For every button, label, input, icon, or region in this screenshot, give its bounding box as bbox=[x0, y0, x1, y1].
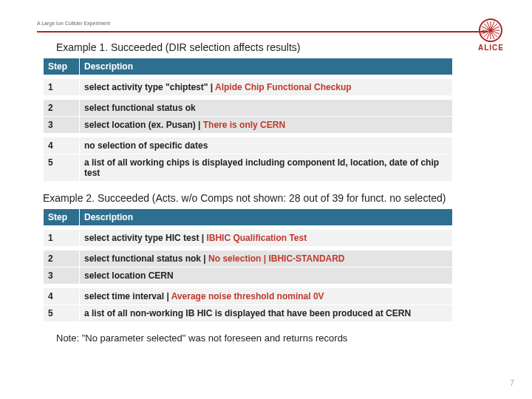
table-row: 5 a list of all working chips is display… bbox=[44, 154, 453, 182]
example2-title: Example 2. Succeeded (Acts. w/o Comps no… bbox=[43, 192, 510, 204]
table-row: 2 select functional status ok bbox=[44, 100, 453, 117]
table-row: 3 select location (ex. Pusan) | There is… bbox=[44, 117, 453, 134]
table-row: 3 select location CERN bbox=[44, 267, 453, 284]
page-number: 7 bbox=[510, 378, 514, 387]
table-row: 1 select activity type "chiptest" | Alpi… bbox=[44, 79, 453, 96]
header-rule bbox=[37, 31, 488, 33]
table-row: 1 select activity type HIC test | IBHIC … bbox=[44, 230, 453, 247]
example2-table: Step Description 1 select activity type … bbox=[43, 208, 453, 322]
example2-note: Note: "No parameter selected" was not fo… bbox=[56, 332, 510, 344]
table-row: 4 select time interval | Average noise t… bbox=[44, 288, 453, 305]
col-step: Step bbox=[44, 58, 80, 75]
table-row: 2 select functional status nok | No sele… bbox=[44, 250, 453, 267]
table-row: 4 no selection of specific dates bbox=[44, 137, 453, 154]
table-row: 5 a list of all non-working IB HIC is di… bbox=[44, 305, 453, 322]
header-small-text: A Large Ion Collider Experiment bbox=[37, 21, 110, 26]
col-step: Step bbox=[44, 209, 80, 226]
col-desc: Description bbox=[80, 58, 453, 75]
example1-title: Example 1. Succeeded (DIR selection affe… bbox=[56, 41, 510, 53]
col-desc: Description bbox=[80, 209, 453, 226]
example1-table: Step Description 1 select activity type … bbox=[43, 58, 453, 182]
